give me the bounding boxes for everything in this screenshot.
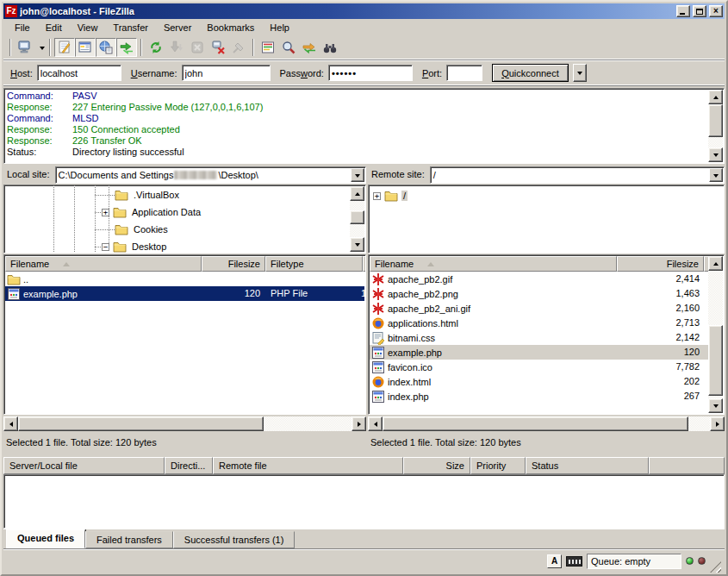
column-server-local-file[interactable]: Server/Local file [3, 457, 165, 474]
speedlimit-icon[interactable] [566, 556, 582, 567]
quickconnect-dropdown[interactable] [573, 64, 587, 82]
column-filetype[interactable]: Filetype [265, 256, 363, 272]
maximize-button[interactable] [693, 5, 706, 17]
column-filesize[interactable]: Filesize [202, 256, 265, 272]
process-queue-button[interactable] [166, 38, 187, 57]
menu-view[interactable]: View [70, 21, 106, 34]
close-button[interactable]: × [709, 5, 723, 17]
column-size[interactable]: Size [403, 457, 470, 474]
site-manager-dropdown[interactable] [35, 38, 46, 57]
scroll-left-icon[interactable] [368, 416, 383, 431]
column-remote-file[interactable]: Remote file [213, 457, 403, 474]
toggle-remote-tree-button[interactable] [96, 38, 116, 57]
combo-dropdown-icon[interactable] [709, 168, 723, 182]
file-row[interactable]: apache_pb2.png 1,463 [370, 286, 708, 301]
column-status[interactable]: Status [526, 457, 649, 474]
scroll-thumb[interactable] [708, 325, 723, 396]
file-row[interactable]: apache_pb2_ani.gif 2,160 [370, 301, 708, 316]
file-row-example-php[interactable]: example.php 120 [370, 345, 708, 360]
toolbar-separator [140, 39, 142, 56]
remote-file-list[interactable]: Filename Filesize apache_pb2.gif 2,414 a… [368, 254, 725, 415]
column-filesize[interactable]: Filesize [617, 256, 704, 272]
file-row[interactable]: index.php 267 [370, 389, 708, 404]
scroll-thumb[interactable] [383, 416, 688, 431]
minimize-button[interactable] [676, 5, 690, 17]
scroll-thumb[interactable] [708, 104, 723, 137]
column-filename[interactable]: Filename [370, 256, 617, 272]
file-row[interactable]: favicon.ico 7,782 [370, 360, 708, 374]
file-row[interactable]: applications.html 2,713 [370, 316, 708, 330]
queue-list[interactable] [3, 474, 725, 529]
site-manager-button[interactable] [15, 38, 35, 57]
local-directory-tree[interactable]: .VirtualBox + Application Data Cookies −… [3, 185, 366, 254]
expand-plus-icon[interactable]: + [373, 192, 381, 200]
column-priority[interactable]: Priority [470, 457, 526, 474]
tree-item-desktop[interactable]: − Desktop [102, 239, 168, 254]
combo-dropdown-icon[interactable] [351, 168, 364, 182]
scroll-thumb[interactable] [18, 416, 264, 431]
disconnect-button[interactable] [208, 38, 228, 57]
tree-item-virtualbox[interactable]: .VirtualBox [115, 187, 181, 203]
column-last-modified[interactable]: L [363, 256, 366, 272]
scroll-down-icon[interactable] [708, 398, 723, 413]
directory-comparison-button[interactable] [278, 38, 299, 57]
scroll-down-icon[interactable] [350, 237, 364, 252]
cancel-button[interactable] [187, 38, 208, 57]
host-input[interactable] [37, 65, 121, 81]
tree-item-root[interactable]: + / [373, 188, 408, 203]
scroll-up-icon[interactable] [708, 256, 723, 271]
synchronized-browsing-button[interactable] [299, 38, 320, 57]
file-row[interactable]: bitnami.css 2,142 [370, 330, 708, 345]
file-row-example-php[interactable]: example.php 120 PHP File 1 [5, 286, 364, 301]
resize-grip[interactable] [710, 561, 721, 573]
username-input[interactable] [182, 65, 271, 81]
file-row[interactable]: apache_pb2.gif 2,414 [370, 272, 708, 286]
menu-edit[interactable]: Edit [38, 21, 70, 34]
menu-help[interactable]: Help [262, 21, 297, 34]
expand-plus-icon[interactable]: + [102, 209, 109, 216]
find-files-button[interactable] [320, 38, 340, 57]
password-input[interactable] [328, 65, 413, 81]
scroll-right-icon[interactable] [352, 416, 366, 431]
collapse-minus-icon[interactable]: − [102, 243, 109, 251]
file-row[interactable]: index.html 202 [370, 374, 708, 389]
column-filename[interactable]: Filename [5, 256, 202, 272]
scroll-right-icon[interactable] [710, 416, 725, 431]
log-scrollbar[interactable] [708, 90, 723, 162]
message-log[interactable]: Command:PASV Response:227 Entering Passi… [3, 88, 725, 164]
local-file-list[interactable]: Filename Filesize Filetype L .. example.… [3, 254, 366, 415]
reconnect-button[interactable] [228, 38, 249, 57]
transfer-type-indicator-icon[interactable]: A [547, 554, 562, 568]
toggle-message-log-button[interactable] [54, 38, 75, 57]
local-list-hscrollbar[interactable] [3, 416, 366, 431]
scroll-thumb[interactable] [350, 210, 364, 224]
scroll-up-icon[interactable] [708, 90, 723, 104]
column-direction[interactable]: Directi... [165, 457, 213, 474]
scroll-up-icon[interactable] [350, 186, 364, 201]
port-input[interactable] [446, 65, 482, 81]
tree-item-application-data[interactable]: + Application Data [102, 204, 202, 220]
tab-successful-transfers[interactable]: Successful transfers (1) [173, 531, 296, 548]
scroll-left-icon[interactable] [3, 416, 18, 431]
parent-directory-row[interactable]: .. [5, 272, 364, 286]
tab-queued-files[interactable]: Queued files [6, 529, 85, 548]
tree-item-cookies[interactable]: Cookies [115, 222, 170, 237]
menu-server[interactable]: Server [156, 21, 199, 34]
scroll-down-icon[interactable] [708, 147, 723, 162]
menu-transfer[interactable]: Transfer [105, 21, 156, 34]
remote-list-scrollbar[interactable] [708, 256, 723, 413]
quickconnect-button[interactable]: Quickconnect [492, 64, 569, 82]
toggle-local-tree-button[interactable] [75, 38, 96, 57]
toggle-queue-button[interactable] [116, 38, 137, 57]
title-bar[interactable]: Fz john@localhost - FileZilla × [3, 3, 725, 19]
tab-failed-transfers[interactable]: Failed transfers [85, 531, 173, 548]
menu-file[interactable]: File [7, 21, 38, 34]
remote-path-combo[interactable]: / [430, 166, 725, 184]
filter-button[interactable] [258, 38, 278, 57]
local-path-combo[interactable]: C:\Documents and Settings\Desktop\ [55, 166, 366, 184]
refresh-button[interactable] [146, 38, 166, 57]
local-tree-scrollbar[interactable] [350, 186, 364, 252]
remote-directory-tree[interactable]: + / [368, 185, 725, 254]
remote-list-hscrollbar[interactable] [368, 416, 725, 431]
menu-bookmarks[interactable]: Bookmarks [199, 21, 262, 34]
